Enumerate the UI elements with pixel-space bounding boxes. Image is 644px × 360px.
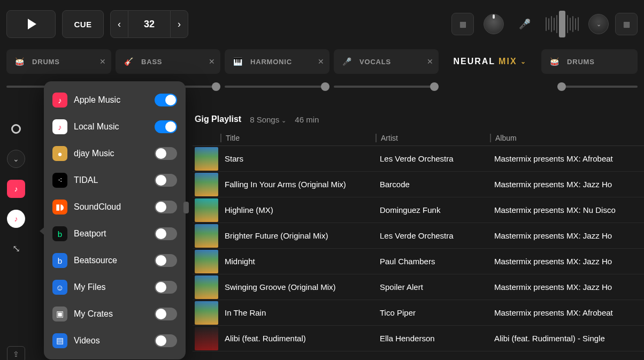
source-icon: ♪ [52,119,67,134]
mute-icon[interactable]: ✕ [318,57,324,66]
slider-vocals[interactable] [334,82,439,91]
track-artist: Spoiler Alert [375,282,490,292]
gain-knob[interactable] [484,14,504,34]
source-label: Local Music [74,122,148,132]
mic-button[interactable]: 🎤 [513,13,536,35]
export-icon: ⇪ [13,350,19,358]
source-toggle[interactable] [155,227,177,240]
rail-music-button[interactable]: ♪ [7,180,25,198]
playlist-count[interactable]: 8 Songs ⌄ [250,115,286,124]
music-sources-popup: ♪Apple Music♪Local Music●djay Music⁖TIDA… [44,81,186,359]
source-row[interactable]: ☺My Files [50,274,179,301]
source-row[interactable]: ●djay Music [50,140,179,167]
source-row[interactable]: bBeatsource [50,247,179,274]
table-row[interactable]: MidnightPaul ChambersMastermix presents … [193,249,644,274]
rail-automix-button[interactable]: ⤡ [7,240,25,258]
cue-button[interactable]: CUE [62,10,104,38]
table-row[interactable]: Brighter Future (Original Mix)Les Verde … [193,223,644,249]
source-toggle[interactable] [155,120,177,133]
rail-export-button[interactable]: ⇪ [7,346,25,360]
source-toggle[interactable] [155,201,177,213]
chevron-down-icon: ⌄ [13,155,19,163]
vocals-icon: 🎤 [342,57,351,66]
source-toggle[interactable] [155,334,177,347]
mute-icon[interactable]: ✕ [209,57,215,66]
mute-icon[interactable]: ✕ [427,57,433,66]
slider-drums-right[interactable] [557,82,638,91]
source-row[interactable]: ▣My Crates [50,301,179,327]
table-head: Title Artist Album [193,131,644,146]
drums-icon: 🥁 [550,57,559,66]
source-row[interactable]: ♪Local Music [50,113,179,140]
source-toggle[interactable] [155,174,177,187]
track-title: Midnight [220,257,375,266]
source-toggle[interactable] [155,94,177,106]
source-icon: b [52,226,67,241]
table-row[interactable]: In The RainTico PiperMastermix presents … [193,300,644,326]
stepper-next-button[interactable]: › [170,10,188,38]
track-album: Alibi (feat. Rudimental) - Single [490,334,644,343]
rail-record-button[interactable] [7,120,25,138]
source-row[interactable]: ⁖TIDAL [50,167,179,194]
channel-drums-right[interactable]: 🥁 DRUMS [541,49,638,74]
chevron-down-icon: ⌄ [520,58,527,65]
transport-bar: CUE ‹ 32 › ▦ 🎤 ⌄ ▦ [0,0,644,47]
channel-strip-row: 🥁 DRUMS ✕ 🎸 BASS ✕ 🎹 HARMONIC ✕ 🎤 VOCALS… [0,47,644,82]
source-label: Beatport [74,229,148,239]
track-artist: Tico Piper [375,308,490,317]
track-artwork [193,275,220,299]
column-artist[interactable]: Artist [375,134,490,142]
track-title: In The Rain [220,308,375,317]
cursor-icon: ⤡ [12,243,20,255]
source-label: djay Music [74,149,148,158]
source-row[interactable]: ♪Apple Music [50,87,179,113]
source-toggle[interactable] [155,147,177,160]
neuralmix-label[interactable]: NEURALMIX ⌄ [443,49,537,74]
source-icon: ♪ [52,93,67,108]
rail-local-music-button[interactable]: ♪ [7,210,25,228]
source-toggle[interactable] [155,308,177,320]
source-row[interactable]: bBeatport [50,220,179,247]
table-row[interactable]: Highline (MX)Dominguez FunkMastermix pre… [193,197,644,223]
grid-button-right[interactable]: ▦ [615,13,638,35]
source-label: Apple Music [74,95,148,105]
column-title[interactable]: Title [220,134,375,142]
table-row[interactable]: Alibi (feat. Rudimental)Ella HendersonAl… [193,326,644,351]
play-button[interactable] [6,10,56,38]
track-artwork [193,147,220,171]
table-row[interactable]: Falling In Your Arms (Original Mix)Barco… [193,172,644,197]
source-toggle[interactable] [155,254,177,267]
track-artist: Paul Chambers [375,257,490,266]
track-album: Mastermix presents MX: Jazz Ho [490,257,644,266]
dropdown-knob[interactable]: ⌄ [588,14,609,34]
slider-harmonic[interactable] [225,82,329,91]
source-icon: ● [52,146,67,161]
grid-button[interactable]: ▦ [451,13,474,35]
track-title: Brighter Future (Original Mix) [220,231,375,240]
stepper-prev-button[interactable]: ‹ [110,10,128,38]
source-row[interactable]: ▤Videos [50,327,179,354]
track-artist: Dominguez Funk [375,205,490,215]
track-artwork [193,250,220,273]
column-album[interactable]: Album [490,134,644,142]
source-label: Videos [74,336,148,346]
source-row[interactable]: ▮◗SoundCloud [50,194,179,220]
track-title: Alibi (feat. Rudimental) [220,334,375,343]
source-label: My Files [74,282,148,292]
track-artist: Barcode [375,180,490,189]
source-toggle[interactable] [155,281,177,294]
mute-icon[interactable]: ✕ [99,57,106,66]
track-title: Highline (MX) [220,205,375,215]
rail-expand-button[interactable]: ⌄ [7,150,25,168]
table-row[interactable]: Swinging Groove (Original Mix)Spoiler Al… [193,274,644,300]
crossfader[interactable] [542,11,582,37]
music-icon: ♪ [14,215,18,223]
channel-vocals[interactable]: 🎤 VOCALS ✕ [334,49,439,74]
channel-harmonic[interactable]: 🎹 HARMONIC ✕ [225,49,329,74]
channel-bass[interactable]: 🎸 BASS ✕ [116,49,220,74]
source-icon: ▮◗ [52,200,67,215]
channel-drums[interactable]: 🥁 DRUMS ✕ [6,49,111,74]
source-label: My Crates [74,309,148,319]
table-row[interactable]: StarsLes Verde OrchestraMastermix presen… [193,146,644,172]
source-icon: ▣ [52,307,67,321]
